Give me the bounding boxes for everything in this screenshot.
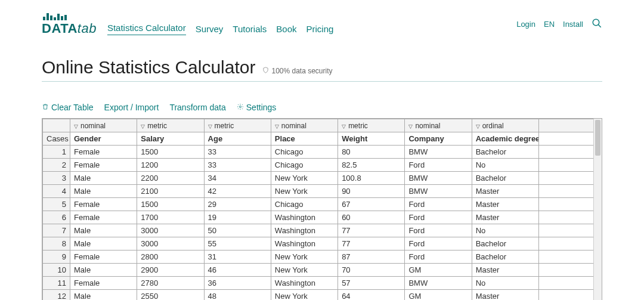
data-cell[interactable]: Female xyxy=(70,250,137,264)
nav-survey[interactable]: Survey xyxy=(196,24,224,34)
data-cell[interactable]: 1700 xyxy=(137,211,204,224)
data-cell[interactable]: 33 xyxy=(204,146,271,159)
data-cell[interactable]: 67 xyxy=(338,198,405,211)
data-cell[interactable]: BMW xyxy=(405,277,472,290)
data-cell[interactable]: 31 xyxy=(204,250,271,264)
nav-tutorials[interactable]: Tutorials xyxy=(233,24,267,34)
logo[interactable]: DATAtab xyxy=(42,12,97,36)
data-cell[interactable]: Chicago xyxy=(271,198,338,211)
data-cell[interactable]: Master xyxy=(472,290,538,301)
data-cell[interactable]: 1500 xyxy=(137,146,204,159)
data-cell[interactable]: 77 xyxy=(338,237,405,250)
clear-table-button[interactable]: Clear Table xyxy=(42,103,94,112)
data-cell[interactable]: 1500 xyxy=(137,198,204,211)
empty-data-cell[interactable] xyxy=(539,250,602,264)
data-cell[interactable]: New York xyxy=(271,172,338,185)
data-cell[interactable]: 55 xyxy=(204,237,271,250)
data-cell[interactable]: 82.5 xyxy=(338,159,405,172)
data-cell[interactable]: Washington xyxy=(271,224,338,237)
row-number-cell[interactable]: 11 xyxy=(43,277,70,290)
row-number-cell[interactable]: 6 xyxy=(43,211,70,224)
data-cell[interactable]: 87 xyxy=(338,250,405,264)
data-cell[interactable]: Ford xyxy=(405,211,472,224)
column-type-cell[interactable]: ▽nominal xyxy=(405,119,472,132)
data-cell[interactable]: 46 xyxy=(204,264,271,277)
row-number-cell[interactable]: 2 xyxy=(43,159,70,172)
data-cell[interactable]: GM xyxy=(405,290,472,301)
data-cell[interactable]: BMW xyxy=(405,146,472,159)
empty-data-cell[interactable] xyxy=(539,277,602,290)
lang-selector[interactable]: EN xyxy=(544,20,555,29)
install-link[interactable]: Install xyxy=(563,20,583,29)
data-cell[interactable]: 1200 xyxy=(137,159,204,172)
scrollbar-thumb[interactable] xyxy=(595,120,600,156)
data-cell[interactable]: Bachelor xyxy=(472,146,538,159)
row-number-cell[interactable]: 12 xyxy=(43,290,70,301)
data-cell[interactable]: 36 xyxy=(204,277,271,290)
data-cell[interactable]: Male xyxy=(70,237,137,250)
data-cell[interactable]: BMW xyxy=(405,185,472,198)
data-cell[interactable]: 70 xyxy=(338,264,405,277)
data-cell[interactable]: New York xyxy=(271,264,338,277)
data-cell[interactable]: Female xyxy=(70,277,137,290)
column-header[interactable]: Company xyxy=(405,132,472,146)
column-type-cell[interactable]: ▽metric xyxy=(338,119,405,132)
data-cell[interactable]: Chicago xyxy=(271,159,338,172)
nav-pricing[interactable]: Pricing xyxy=(306,24,334,34)
data-cell[interactable]: Male xyxy=(70,264,137,277)
data-cell[interactable]: Master xyxy=(472,198,538,211)
data-cell[interactable]: 2100 xyxy=(137,185,204,198)
data-cell[interactable]: 3000 xyxy=(137,237,204,250)
data-cell[interactable]: Bachelor xyxy=(472,250,538,264)
row-number-cell[interactable]: 7 xyxy=(43,224,70,237)
transform-data-button[interactable]: Transform data xyxy=(169,103,225,112)
nav-statistics-calculator[interactable]: Statistics Calculator xyxy=(107,23,186,35)
data-cell[interactable]: Female xyxy=(70,146,137,159)
data-cell[interactable]: 34 xyxy=(204,172,271,185)
data-cell[interactable]: Female xyxy=(70,159,137,172)
data-cell[interactable]: Ford xyxy=(405,159,472,172)
data-cell[interactable]: BMW xyxy=(405,172,472,185)
row-number-cell[interactable]: 8 xyxy=(43,237,70,250)
empty-data-cell[interactable] xyxy=(539,159,602,172)
data-cell[interactable]: No xyxy=(472,224,538,237)
data-cell[interactable]: 64 xyxy=(338,290,405,301)
data-cell[interactable]: 90 xyxy=(338,185,405,198)
data-cell[interactable]: New York xyxy=(271,185,338,198)
data-cell[interactable]: 2550 xyxy=(137,290,204,301)
data-cell[interactable]: Male xyxy=(70,172,137,185)
data-cell[interactable]: 2800 xyxy=(137,250,204,264)
data-cell[interactable]: Master xyxy=(472,185,538,198)
column-header[interactable]: Weight xyxy=(338,132,405,146)
empty-type-cell[interactable] xyxy=(539,119,602,132)
data-cell[interactable]: Chicago xyxy=(271,146,338,159)
data-cell[interactable]: Male xyxy=(70,290,137,301)
data-cell[interactable]: 33 xyxy=(204,159,271,172)
data-cell[interactable]: Washington xyxy=(271,277,338,290)
row-number-cell[interactable]: 5 xyxy=(43,198,70,211)
data-cell[interactable]: 80 xyxy=(338,146,405,159)
data-cell[interactable]: GM xyxy=(405,264,472,277)
export-import-button[interactable]: Export / Import xyxy=(104,103,159,112)
row-number-cell[interactable]: 9 xyxy=(43,250,70,264)
data-cell[interactable]: 2780 xyxy=(137,277,204,290)
column-type-cell[interactable]: ▽ordinal xyxy=(472,119,538,132)
search-icon[interactable] xyxy=(592,18,602,30)
column-type-cell[interactable]: ▽metric xyxy=(204,119,271,132)
column-header[interactable]: Salary xyxy=(137,132,204,146)
data-cell[interactable]: Ford xyxy=(405,224,472,237)
column-type-cell[interactable]: ▽nominal xyxy=(70,119,137,132)
data-cell[interactable]: 77 xyxy=(338,224,405,237)
data-cell[interactable]: Bachelor xyxy=(472,237,538,250)
empty-data-cell[interactable] xyxy=(539,198,602,211)
settings-button[interactable]: Settings xyxy=(237,103,277,112)
data-cell[interactable]: Ford xyxy=(405,237,472,250)
empty-data-cell[interactable] xyxy=(539,185,602,198)
empty-data-cell[interactable] xyxy=(539,211,602,224)
data-cell[interactable]: Ford xyxy=(405,250,472,264)
empty-data-cell[interactable] xyxy=(539,146,602,159)
row-number-cell[interactable]: 4 xyxy=(43,185,70,198)
empty-data-cell[interactable] xyxy=(539,290,602,301)
data-cell[interactable]: No xyxy=(472,159,538,172)
row-number-cell[interactable]: 3 xyxy=(43,172,70,185)
